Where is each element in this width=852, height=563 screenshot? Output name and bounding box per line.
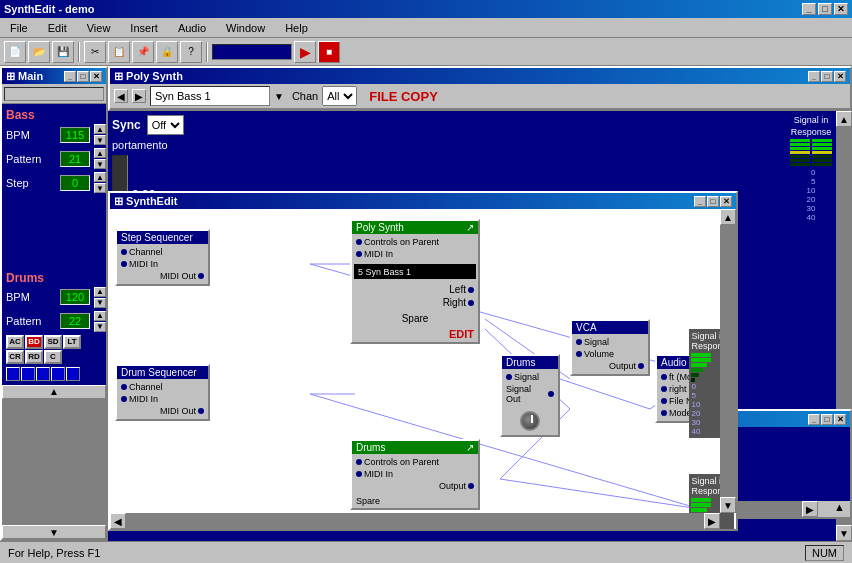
bass-bpm-up[interactable]: ▲ bbox=[94, 124, 106, 134]
play-button[interactable]: ▶ bbox=[294, 41, 316, 63]
drum-seq-ports: Channel MIDI In MIDI Out bbox=[117, 379, 208, 419]
drums-bpm-up[interactable]: ▲ bbox=[94, 287, 106, 297]
step-3[interactable] bbox=[36, 367, 50, 381]
chan-select[interactable]: All bbox=[322, 86, 357, 106]
preset-area: ◀ ▶ Syn Bass 1 ▼ Chan All FILE COPY bbox=[110, 84, 850, 109]
preset-dropdown[interactable]: Syn Bass 1 bbox=[150, 86, 270, 106]
help-button[interactable]: ? bbox=[180, 41, 202, 63]
bass-pattern-value[interactable]: 21 bbox=[60, 151, 90, 167]
synthedit-minimize[interactable]: _ bbox=[694, 196, 706, 207]
chan-dropdown-arrow: ▼ bbox=[274, 91, 284, 102]
port-dot-left bbox=[468, 287, 474, 293]
drums-bpm-value[interactable]: 120 bbox=[60, 289, 90, 305]
main-scroll-down[interactable]: ▼ bbox=[2, 525, 106, 539]
se-vscroll-track[interactable] bbox=[720, 225, 736, 497]
step-4[interactable] bbox=[51, 367, 65, 381]
pat-c[interactable]: C bbox=[44, 350, 62, 364]
poly-scroll-down[interactable]: ▼ bbox=[836, 525, 852, 541]
main-close[interactable]: ✕ bbox=[90, 71, 102, 82]
down-arrow: ▼ bbox=[462, 266, 472, 277]
se-scroll-up[interactable]: ▲ bbox=[720, 209, 736, 225]
status-bar: For Help, Press F1 NUM bbox=[0, 541, 852, 563]
step-2[interactable] bbox=[21, 367, 35, 381]
maximize-button[interactable]: □ bbox=[818, 3, 832, 15]
drums-bpm-down[interactable]: ▼ bbox=[94, 298, 106, 308]
port-channel: Channel bbox=[121, 246, 204, 258]
bass-step-up[interactable]: ▲ bbox=[94, 172, 106, 182]
cut-button[interactable]: ✂ bbox=[84, 41, 106, 63]
menu-edit[interactable]: Edit bbox=[42, 20, 73, 36]
pat-lt[interactable]: LT bbox=[63, 335, 81, 349]
synthedit-maximize[interactable]: □ bbox=[707, 196, 719, 207]
bass-bpm-down[interactable]: ▼ bbox=[94, 135, 106, 145]
led-r7 bbox=[812, 163, 832, 166]
menu-file[interactable]: File bbox=[4, 20, 34, 36]
sync-select[interactable]: Off bbox=[147, 115, 184, 135]
pat-ac[interactable]: AC bbox=[6, 335, 24, 349]
bass-step-value[interactable]: 0 bbox=[60, 175, 90, 191]
minimize-button[interactable]: _ bbox=[802, 3, 816, 15]
pat-bd[interactable]: BD bbox=[25, 335, 43, 349]
preset-next[interactable]: ▶ bbox=[132, 89, 146, 103]
led-r5 bbox=[812, 155, 832, 158]
led-3 bbox=[790, 147, 810, 150]
port-channel-d: Channel bbox=[121, 381, 204, 393]
drums-scroll-right[interactable]: ▶ bbox=[802, 501, 818, 517]
drums-minimize[interactable]: _ bbox=[808, 414, 820, 425]
pat-cr[interactable]: CR bbox=[6, 350, 24, 364]
menu-help[interactable]: Help bbox=[279, 20, 314, 36]
vu-10 bbox=[691, 363, 707, 367]
bass-pattern-up[interactable]: ▲ bbox=[94, 148, 106, 158]
poly-minimize[interactable]: _ bbox=[808, 71, 820, 82]
drums-pattern-up[interactable]: ▲ bbox=[94, 311, 106, 321]
step-1[interactable] bbox=[6, 367, 20, 381]
port-dot bbox=[661, 410, 667, 416]
stop-button[interactable]: ■ bbox=[318, 41, 340, 63]
drums-vscroll-btn[interactable]: ▲ bbox=[834, 501, 850, 517]
drums-pattern-down[interactable]: ▼ bbox=[94, 322, 106, 332]
se-scroll-left[interactable]: ◀ bbox=[110, 513, 126, 529]
open-button[interactable]: 📂 bbox=[28, 41, 50, 63]
main-minimize[interactable]: _ bbox=[64, 71, 76, 82]
synthedit-close[interactable]: ✕ bbox=[720, 196, 732, 207]
paste-button[interactable]: 📌 bbox=[132, 41, 154, 63]
menu-window[interactable]: Window bbox=[220, 20, 271, 36]
drums-pattern-value[interactable]: 22 bbox=[60, 313, 90, 329]
main-maximize[interactable]: □ bbox=[77, 71, 89, 82]
menu-bar: File Edit View Insert Audio Window Help bbox=[0, 18, 852, 38]
lock-button[interactable]: 🔒 bbox=[156, 41, 178, 63]
pat-rd[interactable]: RD bbox=[25, 350, 43, 364]
bass-pattern-down[interactable]: ▼ bbox=[94, 159, 106, 169]
pat-sd[interactable]: SD bbox=[44, 335, 62, 349]
port-dot bbox=[356, 459, 362, 465]
bass-bpm-value[interactable]: 115 bbox=[60, 127, 90, 143]
menu-audio[interactable]: Audio bbox=[172, 20, 212, 36]
drums-close[interactable]: ✕ bbox=[834, 414, 846, 425]
preset-prev[interactable]: ◀ bbox=[114, 89, 128, 103]
new-button[interactable]: 📄 bbox=[4, 41, 26, 63]
edit-label[interactable]: EDIT bbox=[352, 326, 478, 342]
app-window-controls: _ □ ✕ bbox=[802, 3, 848, 15]
save-button[interactable]: 💾 bbox=[52, 41, 74, 63]
poly-synth-controls: _ □ ✕ bbox=[808, 71, 846, 82]
se-scroll-right[interactable]: ▶ bbox=[704, 513, 720, 529]
close-button[interactable]: ✕ bbox=[834, 3, 848, 15]
led-r3 bbox=[812, 147, 832, 150]
step-5[interactable] bbox=[66, 367, 80, 381]
bass-pattern-label: Pattern bbox=[6, 153, 56, 165]
menu-insert[interactable]: Insert bbox=[124, 20, 164, 36]
drums-maximize[interactable]: □ bbox=[821, 414, 833, 425]
led-meters bbox=[790, 139, 832, 166]
vu-b5 bbox=[691, 503, 711, 507]
menu-view[interactable]: View bbox=[81, 20, 117, 36]
synthedit-vscroll: ▲ ▼ bbox=[720, 209, 736, 513]
bass-step-down[interactable]: ▼ bbox=[94, 183, 106, 193]
se-scroll-down[interactable]: ▼ bbox=[720, 497, 736, 513]
poly-close[interactable]: ✕ bbox=[834, 71, 846, 82]
main-scroll-up[interactable]: ▲ bbox=[2, 385, 106, 399]
poly-maximize[interactable]: □ bbox=[821, 71, 833, 82]
se-hscroll-track[interactable] bbox=[126, 513, 704, 529]
vol-knob[interactable] bbox=[502, 407, 558, 435]
poly-scroll-up[interactable]: ▲ bbox=[836, 111, 852, 127]
copy-button[interactable]: 📋 bbox=[108, 41, 130, 63]
